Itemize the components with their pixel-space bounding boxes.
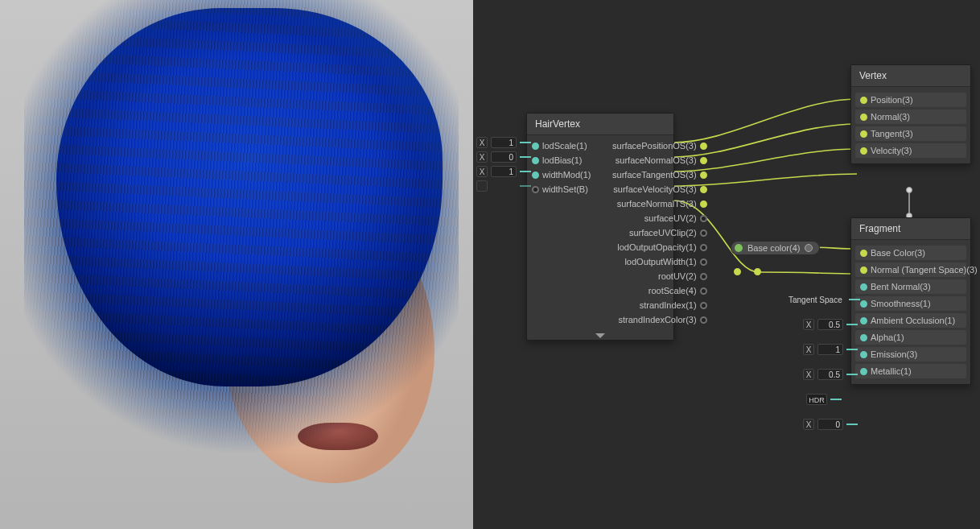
value-input[interactable]: 0.5	[817, 319, 843, 330]
output-lodoutputwidth[interactable]: lodOutputWidth(1)	[607, 254, 712, 269]
wire-stub	[846, 346, 858, 353]
input-normal-ts[interactable]: Normal (Tangent Space)(3)	[855, 262, 966, 277]
value-input[interactable]: 0	[817, 419, 843, 430]
output-surfaceuv[interactable]: surfaceUV(2)	[607, 211, 712, 225]
output-strandindex[interactable]: strandIndex(1)	[607, 298, 712, 312]
port-out[interactable]	[700, 287, 707, 295]
input-normal[interactable]: Normal(3)	[855, 110, 966, 124]
property-label: Base color(4)	[747, 243, 800, 253]
input-tangent[interactable]: Tangent(3)	[855, 126, 966, 141]
port-in[interactable]	[860, 97, 867, 104]
field-lodbias[interactable]: X 0	[476, 150, 531, 164]
input-lodscale[interactable]: lodScale(1)	[527, 138, 607, 153]
port-in[interactable]	[860, 147, 867, 155]
wire-stub	[846, 421, 858, 428]
node-title: HairVertex	[527, 114, 673, 135]
port-in[interactable]	[532, 186, 539, 193]
port-in[interactable]	[860, 130, 867, 138]
value-input[interactable]: 0	[491, 151, 517, 163]
port-out[interactable]	[700, 244, 707, 251]
value-input[interactable]: 1	[491, 137, 517, 148]
slot-input[interactable]	[476, 180, 488, 192]
field-lodscale[interactable]: X 1	[476, 135, 531, 150]
input-velocity[interactable]: Velocity(3)	[855, 143, 966, 158]
output-lodoutputopacity[interactable]: lodOutputOpacity(1)	[607, 240, 712, 254]
port-out[interactable]	[754, 268, 761, 275]
input-widthmod[interactable]: widthMod(1)	[527, 167, 607, 182]
output-surfaceuvclip[interactable]: surfaceUVClip(2)	[607, 225, 712, 240]
port-out[interactable]	[700, 143, 707, 150]
axis-x-chip: X	[803, 319, 814, 330]
port-out[interactable]	[700, 273, 707, 280]
property-base-color[interactable]: Base color(4)	[731, 241, 820, 255]
port-in[interactable]	[734, 268, 741, 275]
vertex-link-out[interactable]	[906, 187, 912, 193]
port-in[interactable]	[532, 143, 539, 150]
port-in[interactable]	[532, 157, 539, 164]
shader-graph-canvas[interactable]: HairVertex lodScale(1) lodBias(1) widthM…	[473, 0, 980, 529]
field-widthset[interactable]	[476, 179, 531, 193]
value-input[interactable]: 1	[817, 344, 843, 355]
port-out[interactable]	[700, 200, 707, 208]
field-ao[interactable]: X 1	[803, 342, 858, 357]
input-alpha[interactable]: Alpha(1)	[855, 330, 966, 345]
input-metallic[interactable]: Metallic(1)	[855, 364, 966, 378]
port-out[interactable]	[700, 186, 707, 193]
input-widthset[interactable]: widthSet(B)	[527, 182, 607, 196]
input-basecolor[interactable]: Base Color(3)	[855, 246, 966, 260]
port-in[interactable]	[860, 114, 867, 121]
port-in[interactable]	[860, 351, 867, 358]
port-in[interactable]	[860, 283, 867, 291]
field-alpha[interactable]: X 0.5	[803, 367, 858, 382]
port-in[interactable]	[860, 334, 867, 341]
field-smoothness[interactable]: X 0.5	[803, 317, 858, 332]
port-out[interactable]	[700, 258, 707, 266]
redirect-node[interactable]	[734, 268, 761, 275]
port-in[interactable]	[860, 267, 867, 274]
axis-x-chip: X	[803, 344, 814, 355]
value-input[interactable]: 0.5	[817, 369, 843, 380]
output-surfacevelocityos[interactable]: surfaceVelocityOS(3)	[607, 182, 712, 196]
field-metallic[interactable]: X 0	[803, 417, 858, 432]
port-out[interactable]	[700, 215, 707, 222]
port-out[interactable]	[700, 316, 707, 324]
field-emission[interactable]: HDR	[806, 392, 842, 407]
port-out[interactable]	[700, 157, 707, 164]
input-lodbias[interactable]: lodBias(1)	[527, 153, 607, 167]
output-rootscale[interactable]: rootScale(4)	[607, 283, 712, 298]
node-vertex[interactable]: Vertex Position(3) Normal(3) Tangent(3) …	[850, 64, 971, 164]
output-surfacetangentos[interactable]: surfaceTangentOS(3)	[607, 167, 712, 182]
node-collapse-toggle[interactable]	[595, 333, 605, 338]
output-surfacepositionos[interactable]: surfacePositionOS(3)	[607, 138, 712, 153]
wire-stub	[846, 371, 858, 378]
wire-stub	[520, 183, 531, 190]
input-smoothness[interactable]: Smoothness(1)	[855, 296, 966, 311]
hdr-chip[interactable]: HDR	[806, 394, 827, 405]
tangent-space-label: Tangent Space	[785, 295, 846, 305]
port-in[interactable]	[860, 317, 867, 324]
output-strandindexcolor[interactable]: strandIndexColor(3)	[607, 312, 712, 327]
port-out[interactable]	[700, 229, 707, 237]
viewport-3d-preview[interactable]	[0, 0, 473, 529]
field-widthmod[interactable]: X 1	[476, 164, 531, 179]
input-bentnormal[interactable]: Bent Normal(3)	[855, 279, 966, 294]
output-rootuv[interactable]: rootUV(2)	[607, 269, 712, 283]
node-fragment[interactable]: Fragment Base Color(3) Normal (Tangent S…	[850, 217, 971, 385]
port-out[interactable]	[805, 244, 813, 252]
port-in[interactable]	[860, 300, 867, 308]
port-in[interactable]	[860, 368, 867, 375]
wire-stub	[830, 396, 842, 403]
input-emission[interactable]: Emission(3)	[855, 347, 966, 362]
output-surfacenormalos[interactable]: surfaceNormalOS(3)	[607, 153, 712, 167]
port-out[interactable]	[700, 302, 707, 309]
value-input[interactable]: 1	[491, 166, 517, 177]
input-ao[interactable]: Ambient Occlusion(1)	[855, 313, 966, 328]
port-out[interactable]	[700, 172, 707, 179]
output-surfacenormalts[interactable]: surfaceNormalTS(3)	[607, 196, 712, 211]
axis-x-chip: X	[803, 369, 814, 380]
port-in[interactable]	[860, 250, 867, 257]
input-position[interactable]: Position(3)	[855, 93, 966, 107]
port-in[interactable]	[532, 172, 539, 179]
node-hairvertex[interactable]: HairVertex lodScale(1) lodBias(1) widthM…	[526, 113, 674, 341]
field-bentnormal-space[interactable]: Tangent Space	[785, 292, 860, 307]
